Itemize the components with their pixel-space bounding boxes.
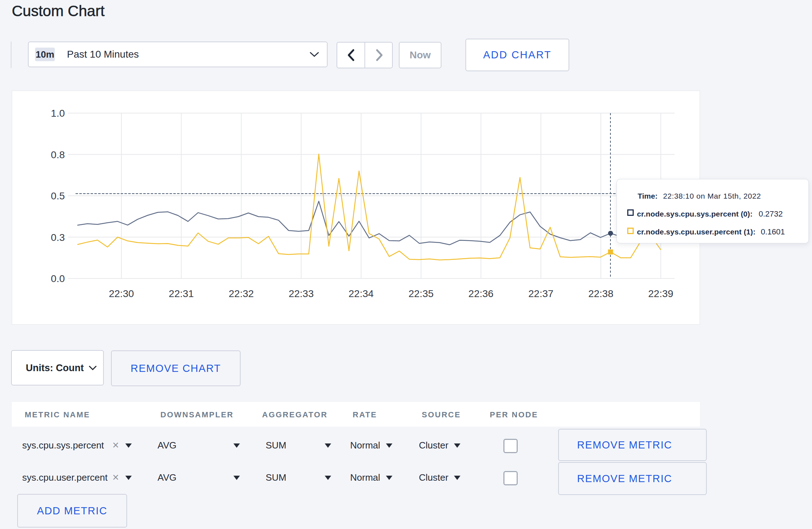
- svg-text:0.3: 0.3: [51, 232, 65, 243]
- svg-text:0.5: 0.5: [51, 190, 65, 202]
- svg-text:22:39: 22:39: [648, 288, 673, 299]
- svg-text:0.8: 0.8: [51, 149, 65, 160]
- svg-text:22:34: 22:34: [349, 288, 374, 299]
- svg-text:22:37: 22:37: [528, 288, 554, 299]
- svg-text:22:35: 22:35: [409, 288, 434, 299]
- svg-text:22:33: 22:33: [289, 288, 314, 299]
- svg-text:22:38: 22:38: [588, 288, 613, 299]
- svg-text:1.0: 1.0: [51, 108, 65, 119]
- svg-text:22:32: 22:32: [229, 288, 254, 299]
- svg-text:22:31: 22:31: [169, 288, 194, 299]
- svg-text:22:36: 22:36: [468, 288, 493, 299]
- svg-text:0.0: 0.0: [51, 273, 65, 284]
- svg-text:22:30: 22:30: [109, 288, 134, 299]
